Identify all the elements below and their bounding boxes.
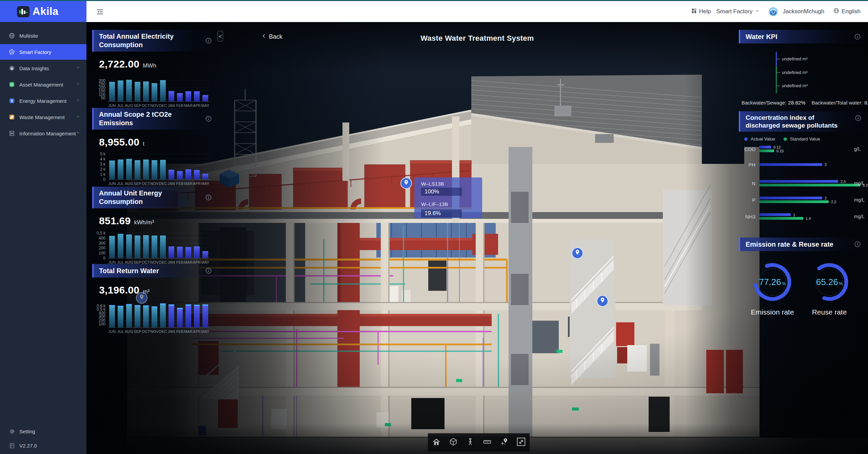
bar-feb[interactable] bbox=[177, 308, 183, 327]
bar-apr[interactable] bbox=[194, 91, 200, 101]
bar-jul[interactable] bbox=[118, 306, 123, 327]
bar-jun[interactable] bbox=[109, 82, 115, 101]
bar-jul[interactable] bbox=[118, 80, 123, 101]
bar-slot bbox=[108, 231, 116, 258]
bar-sep[interactable] bbox=[135, 305, 140, 327]
bar-jan[interactable] bbox=[169, 246, 174, 258]
bar-jul[interactable] bbox=[118, 234, 123, 258]
bar-n-actual[interactable] bbox=[759, 180, 838, 183]
gauge-reuse-rate[interactable]: 65.26 % Reuse rate bbox=[807, 260, 851, 316]
pin-upper-right[interactable] bbox=[572, 247, 583, 259]
sidebar-v2-27-0[interactable]: V2.27.0 bbox=[0, 438, 86, 453]
info-icon[interactable] bbox=[205, 115, 212, 122]
bar-jun[interactable] bbox=[109, 160, 115, 179]
info-icon[interactable] bbox=[854, 33, 861, 40]
pollutant-name: COD bbox=[744, 146, 755, 152]
info-icon[interactable] bbox=[205, 267, 212, 275]
toolbar-pin-coordinates-button[interactable] bbox=[497, 436, 511, 449]
bar-p-actual[interactable] bbox=[759, 197, 822, 200]
toolbar-ruler-button[interactable] bbox=[480, 436, 494, 449]
bar-may[interactable] bbox=[202, 174, 208, 179]
sidebar-item-energy-management[interactable]: Energy Management bbox=[0, 93, 86, 109]
info-icon[interactable] bbox=[205, 37, 212, 44]
language-selector[interactable]: English bbox=[833, 7, 861, 16]
bar-mar[interactable] bbox=[185, 247, 191, 258]
bar-n-standard[interactable] bbox=[759, 184, 860, 187]
gear-icon bbox=[8, 428, 15, 435]
sidebar-item-smart-factory[interactable]: Smart Factory bbox=[0, 44, 86, 60]
bar-mar[interactable] bbox=[185, 304, 191, 327]
bar-mar[interactable] bbox=[185, 169, 191, 179]
sidebar-item-asset-management[interactable]: Asset Management bbox=[0, 77, 86, 92]
bar-nh3-actual[interactable] bbox=[759, 213, 791, 216]
bar-cod-standard[interactable] bbox=[759, 150, 774, 152]
bar-p-standard[interactable] bbox=[759, 201, 829, 203]
sidebar-item-waste-management[interactable]: Waste Management bbox=[0, 109, 86, 125]
bar-mar[interactable] bbox=[185, 91, 191, 101]
bar-nov[interactable] bbox=[152, 306, 157, 327]
bar-dec[interactable] bbox=[160, 303, 166, 327]
sidebar-item-data-insights[interactable]: Data Insights bbox=[0, 60, 86, 76]
bar-apr[interactable] bbox=[194, 246, 200, 258]
bar-oct[interactable] bbox=[143, 159, 149, 179]
bar-nov[interactable] bbox=[152, 83, 157, 101]
bar-sep[interactable] bbox=[135, 235, 140, 258]
bar-aug[interactable] bbox=[126, 159, 132, 179]
bar-jan[interactable] bbox=[169, 170, 174, 179]
bar-feb[interactable] bbox=[177, 93, 183, 101]
bar-oct[interactable] bbox=[143, 81, 149, 101]
bar-feb[interactable] bbox=[177, 171, 183, 179]
gauge-emission-rate[interactable]: 77.26 % Emission rate bbox=[750, 260, 794, 316]
pin-lower-right[interactable] bbox=[597, 295, 608, 307]
bar-may[interactable] bbox=[202, 251, 208, 258]
toolbar-home-button[interactable] bbox=[430, 436, 443, 449]
bar-may[interactable] bbox=[202, 304, 208, 327]
bar-jun[interactable] bbox=[109, 236, 115, 258]
marker-tooltip[interactable]: W–LS13B 100%W–LIF–13B 19.6% bbox=[414, 177, 482, 218]
pin-w-ls13b[interactable] bbox=[400, 177, 412, 189]
bar-cod-actual[interactable] bbox=[759, 146, 771, 149]
bar-dec[interactable] bbox=[160, 160, 166, 179]
info-icon[interactable] bbox=[854, 114, 862, 122]
bar-oct[interactable] bbox=[143, 235, 149, 258]
bar-slot bbox=[142, 153, 150, 179]
bar-nov[interactable] bbox=[152, 160, 157, 179]
toolbar-fullscreen-button[interactable] bbox=[514, 436, 528, 449]
scope2-unit: t bbox=[143, 140, 144, 147]
bar-jan[interactable] bbox=[169, 91, 174, 101]
location-pin-icon bbox=[403, 179, 410, 187]
bar-jul[interactable] bbox=[118, 159, 123, 179]
sidebar-item-information-management[interactable]: Information Management bbox=[0, 126, 86, 141]
bar-slot bbox=[176, 231, 184, 258]
bar-ph-actual[interactable] bbox=[759, 163, 822, 166]
toolbar-walk-person-button[interactable] bbox=[463, 436, 477, 449]
bar-aug[interactable] bbox=[126, 304, 132, 327]
sidebar-setting[interactable]: Setting bbox=[0, 423, 86, 439]
bar-oct[interactable] bbox=[143, 305, 149, 327]
bar-apr[interactable] bbox=[194, 170, 200, 179]
logo-band[interactable]: Akila bbox=[0, 1, 86, 22]
info-icon[interactable] bbox=[854, 241, 861, 248]
back-button[interactable]: Back bbox=[261, 33, 282, 40]
help-button[interactable]: Help bbox=[691, 8, 711, 16]
user-menu[interactable]: JacksonMchugh bbox=[769, 7, 824, 16]
bar-nh3-standard[interactable] bbox=[759, 217, 803, 220]
bar-may[interactable] bbox=[202, 95, 208, 101]
bar-dec[interactable] bbox=[160, 235, 166, 258]
bar-dec[interactable] bbox=[160, 80, 166, 101]
sidebar-collapse-icon[interactable] bbox=[95, 7, 104, 16]
sidebar-item-multisite[interactable]: Multisite bbox=[0, 28, 86, 43]
bar-feb[interactable] bbox=[177, 247, 183, 258]
bar-sep[interactable] bbox=[135, 82, 140, 101]
bar-nov[interactable] bbox=[152, 235, 157, 258]
bar-apr[interactable] bbox=[194, 305, 200, 327]
site-selector[interactable]: Smart Factory bbox=[716, 8, 760, 15]
toolbar-cube-button[interactable] bbox=[447, 436, 460, 449]
bar-sep[interactable] bbox=[135, 160, 140, 179]
bar-aug[interactable] bbox=[126, 234, 132, 258]
info-icon[interactable] bbox=[205, 194, 212, 201]
bar-jan[interactable] bbox=[169, 304, 174, 327]
bar-jun[interactable] bbox=[109, 305, 115, 327]
bar-aug[interactable] bbox=[126, 80, 132, 101]
panel-collapse-button[interactable]: < bbox=[217, 31, 223, 41]
